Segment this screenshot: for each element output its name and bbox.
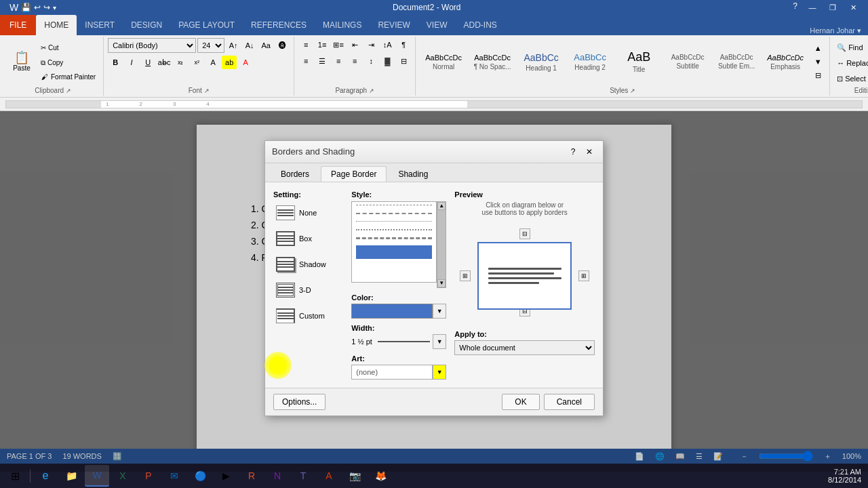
font-color-button[interactable]: A xyxy=(238,56,253,69)
window-controls[interactable]: ? — ❐ ✕ xyxy=(793,1,863,14)
style-title[interactable]: AaB Title xyxy=(615,41,663,82)
line-spacing-button[interactable]: ↕ xyxy=(363,54,378,68)
style-solid-selected[interactable] xyxy=(356,245,432,259)
sort-button[interactable]: ↕A xyxy=(380,38,395,52)
increase-font-button[interactable]: A↑ xyxy=(226,39,241,52)
tab-page-border[interactable]: Page Border xyxy=(321,166,387,182)
art-input[interactable]: (none) xyxy=(351,365,433,380)
help-icon[interactable]: ? xyxy=(793,1,797,14)
shading-button[interactable]: ▓ xyxy=(380,54,395,68)
setting-box[interactable]: Box xyxy=(273,228,343,249)
options-button[interactable]: Options... xyxy=(273,394,326,410)
highlight-button[interactable]: ab xyxy=(222,56,237,69)
style-list[interactable] xyxy=(351,201,437,283)
apply-to-select[interactable]: Whole document This section This section… xyxy=(454,340,595,355)
close-button[interactable]: ✕ xyxy=(844,1,863,14)
tab-home[interactable]: HOME xyxy=(36,15,77,35)
width-line-preview xyxy=(378,341,430,342)
style-heading2[interactable]: AaBbCc Heading 2 xyxy=(566,41,614,82)
scroll-down-button[interactable]: ▼ xyxy=(437,279,446,287)
bullets-button[interactable]: ≡ xyxy=(298,38,313,52)
tab-mailings[interactable]: MAILINGS xyxy=(315,15,370,35)
document-area: Create...on.org 1. Create Borde... 2. Ch… xyxy=(0,111,868,472)
style-normal[interactable]: AaBbCcDc Normal xyxy=(420,41,467,82)
increase-indent-button[interactable]: ⇥ xyxy=(363,38,378,52)
bold-button[interactable]: B xyxy=(108,56,123,69)
tab-review[interactable]: REVIEW xyxy=(370,15,418,35)
tab-add-ins[interactable]: ADD-INS xyxy=(455,15,505,35)
setting-3d[interactable]: 3-D xyxy=(273,280,343,300)
align-left-button[interactable]: ≡ xyxy=(298,54,313,68)
style-list-container: ▲ ▼ xyxy=(351,201,446,288)
setting-none[interactable]: None xyxy=(273,203,343,223)
dialog-close-button[interactable]: ✕ xyxy=(583,145,596,159)
font-format-row: B I U ab̶c x₂ x² A ab A xyxy=(108,56,253,69)
tab-page-layout[interactable]: PAGE LAYOUT xyxy=(170,15,243,35)
setting-shadow[interactable]: Shadow xyxy=(273,254,343,274)
paste-button[interactable]: 📋 Paste xyxy=(7,49,37,74)
minimize-button[interactable]: — xyxy=(803,1,822,14)
strikethrough-button[interactable]: ab̶c xyxy=(157,56,172,69)
setting-custom[interactable]: Custom xyxy=(273,306,343,326)
dialog-help-button[interactable]: ? xyxy=(566,145,580,159)
align-center-button[interactable]: ☰ xyxy=(315,54,330,68)
change-case-button[interactable]: Aa xyxy=(258,39,273,52)
user-name[interactable]: Hernan Johar ▾ xyxy=(810,26,868,35)
style-subtitle[interactable]: AaBbCcDc Subtitle xyxy=(664,41,711,82)
width-dropdown-button[interactable]: ▼ xyxy=(433,334,446,349)
customize-icon[interactable]: ▾ xyxy=(53,4,56,12)
underline-button[interactable]: U xyxy=(140,56,155,69)
tab-shading[interactable]: Shading xyxy=(388,166,438,182)
show-marks-button[interactable]: ¶ xyxy=(396,38,411,52)
undo-icon[interactable]: ↩ xyxy=(34,3,41,12)
superscript-button[interactable]: x² xyxy=(189,56,204,69)
style-no-spacing-label: ¶ No Spac... xyxy=(474,63,511,70)
copy-button[interactable]: ⧉ Copy xyxy=(38,56,92,70)
borders-button[interactable]: ⊟ xyxy=(396,54,411,68)
decrease-indent-button[interactable]: ⇤ xyxy=(347,38,362,52)
preview-left-button[interactable]: ⊞ xyxy=(460,270,471,281)
color-dropdown-button[interactable]: ▼ xyxy=(433,304,446,319)
find-button[interactable]: 🔍 Find xyxy=(834,41,868,54)
cut-button[interactable]: ✂ Cut xyxy=(38,41,92,55)
justify-button[interactable]: ≡ xyxy=(347,54,362,68)
color-box[interactable] xyxy=(351,304,433,319)
multilevel-button[interactable]: ⊞≡ xyxy=(331,38,346,52)
redo-icon[interactable]: ↪ xyxy=(43,3,50,12)
styles-scroll-down[interactable]: ▼ xyxy=(810,55,825,68)
style-no-spacing[interactable]: AaBbCcDc ¶ No Spac... xyxy=(469,41,516,82)
art-dropdown-button[interactable]: ▼ xyxy=(433,365,446,380)
save-icon[interactable]: 💾 xyxy=(21,3,31,12)
numbering-button[interactable]: 1≡ xyxy=(315,38,330,52)
decrease-font-button[interactable]: A↓ xyxy=(242,39,257,52)
ok-button[interactable]: OK xyxy=(502,394,539,410)
tab-borders[interactable]: Borders xyxy=(271,166,319,182)
styles-more[interactable]: ⊟ xyxy=(810,68,825,82)
preview-top-button[interactable]: ⊟ xyxy=(519,228,530,239)
style-emphasis[interactable]: AaBbCcDc Emphasis xyxy=(762,41,809,82)
font-size-select[interactable]: 24 xyxy=(197,38,224,53)
italic-button[interactable]: I xyxy=(124,56,139,69)
cancel-button[interactable]: Cancel xyxy=(544,394,595,410)
styles-scroll-up[interactable]: ▲ xyxy=(810,41,825,55)
clear-format-button[interactable]: 🅐 xyxy=(275,39,290,52)
align-right-button[interactable]: ≡ xyxy=(331,54,346,68)
tab-insert[interactable]: INSERT xyxy=(77,15,123,35)
text-effects-button[interactable]: A xyxy=(205,56,220,69)
style-heading1[interactable]: AaBbCc Heading 1 xyxy=(517,41,565,82)
styles-content: AaBbCcDc Normal AaBbCcDc ¶ No Spac... Aa… xyxy=(420,38,825,85)
scroll-up-button[interactable]: ▲ xyxy=(437,202,446,210)
preview-right-button[interactable]: ⊞ xyxy=(578,270,589,281)
tab-view[interactable]: VIEW xyxy=(418,15,456,35)
replace-button[interactable]: ↔ Replace xyxy=(834,56,868,70)
tab-file[interactable]: FILE xyxy=(0,15,36,35)
tab-design[interactable]: DESIGN xyxy=(123,15,170,35)
style-subtle-em[interactable]: AaBbCcDc Subtle Em... xyxy=(713,41,760,82)
format-painter-button[interactable]: 🖌 Format Painter xyxy=(38,71,99,83)
select-button[interactable]: ⊡ Select ▾ xyxy=(834,72,868,85)
tab-references[interactable]: REFERENCES xyxy=(243,15,315,35)
quick-access-toolbar[interactable]: W 💾 ↩ ↪ ▾ xyxy=(5,2,60,13)
restore-button[interactable]: ❐ xyxy=(823,1,842,14)
subscript-button[interactable]: x₂ xyxy=(173,56,188,69)
font-name-select[interactable]: Calibri (Body) xyxy=(108,38,196,53)
